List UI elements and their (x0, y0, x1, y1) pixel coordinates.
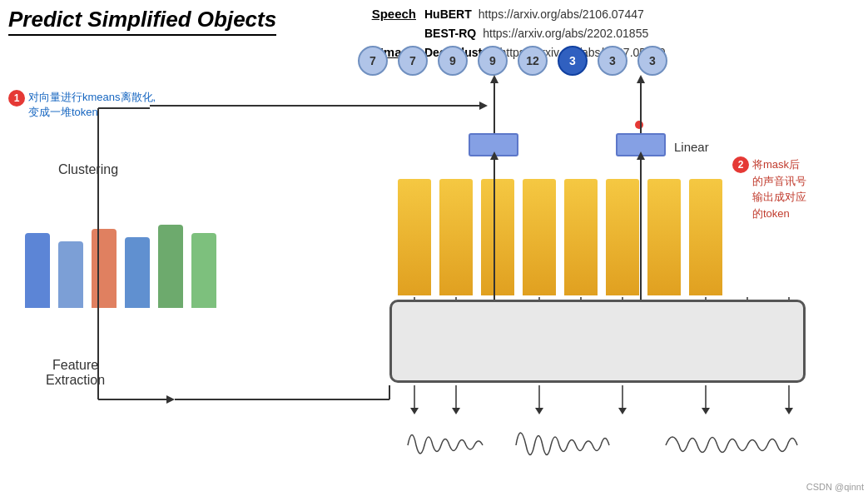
token-5-highlighted: 3 (558, 46, 588, 76)
page-title: Predict Simplified Objects (8, 7, 276, 36)
svg-marker-23 (452, 408, 460, 414)
hubert-url: https://arxiv.org/abs/2106.07447 (479, 7, 644, 21)
ref-row-hubert: Speech HuBERT https://arxiv.org/abs/2106… (358, 7, 665, 21)
svg-marker-27 (618, 408, 627, 414)
annotation-2-circle: 2 (732, 156, 749, 173)
tower-1 (398, 179, 431, 295)
linear-box-2 (616, 133, 666, 156)
token-0: 7 (358, 46, 388, 76)
bestrq-url: https://arxiv.org/abs/2202.01855 (483, 27, 648, 40)
feature-extraction-label: Feature Extraction (46, 358, 105, 388)
svg-marker-31 (785, 408, 793, 414)
svg-marker-11 (637, 75, 645, 83)
feature-bar-6 (191, 233, 216, 308)
token-1: 7 (398, 46, 428, 76)
tower-7 (647, 179, 681, 295)
linear-box-1 (469, 133, 518, 156)
svg-marker-29 (702, 408, 710, 414)
tower-5 (564, 179, 598, 295)
feature-bar-1 (25, 233, 50, 308)
svg-marker-1 (479, 102, 488, 110)
tower-2 (439, 179, 473, 295)
svg-marker-25 (535, 408, 543, 414)
red-indicator-dot (635, 121, 643, 129)
ref-row-bestrq: Speech BEST-RQ https://arxiv.org/abs/220… (358, 26, 665, 40)
feature-bars (25, 208, 216, 308)
annotation-1-circle: 1 (8, 90, 25, 107)
token-2: 9 (438, 46, 468, 76)
token-6: 3 (598, 46, 627, 76)
hubert-name: HuBERT (424, 7, 472, 21)
annotation-1-text: 对向量进行kmeans离散化, 变成一堆token (28, 90, 156, 120)
bestrq-name: BEST-RQ (424, 27, 476, 40)
annotation-2-text: 将mask后 的声音讯号 输出成对应 的token (752, 156, 806, 221)
tokens-row: 7 7 9 9 12 3 3 3 (358, 46, 667, 76)
feature-bar-2 (58, 241, 83, 308)
token-3: 9 (478, 46, 508, 76)
tower-4 (523, 179, 556, 295)
feature-bar-4 (125, 237, 150, 308)
svg-marker-34 (166, 395, 175, 404)
main-container: Predict Simplified Objects Speech HuBERT… (0, 0, 868, 496)
speech-label: Speech (358, 7, 416, 21)
towers (398, 179, 722, 295)
clustering-label: Clustering (58, 162, 118, 177)
annotation-2: 2 将mask后 的声音讯号 输出成对应 的token (732, 156, 806, 221)
watermark: CSDN @qinnt (806, 482, 864, 492)
tower-3 (481, 179, 514, 295)
token-4: 12 (518, 46, 548, 76)
feature-bar-3 (92, 229, 117, 308)
linear-label: Linear (674, 140, 709, 154)
annotation-1: 1 对向量进行kmeans离散化, 变成一堆token (8, 90, 156, 120)
transformer-box (389, 300, 806, 383)
svg-marker-7 (490, 75, 498, 83)
tower-8 (689, 179, 722, 295)
feature-bar-5 (158, 225, 183, 308)
token-7: 3 (637, 46, 667, 76)
svg-marker-21 (410, 408, 419, 414)
tower-6 (606, 179, 639, 295)
